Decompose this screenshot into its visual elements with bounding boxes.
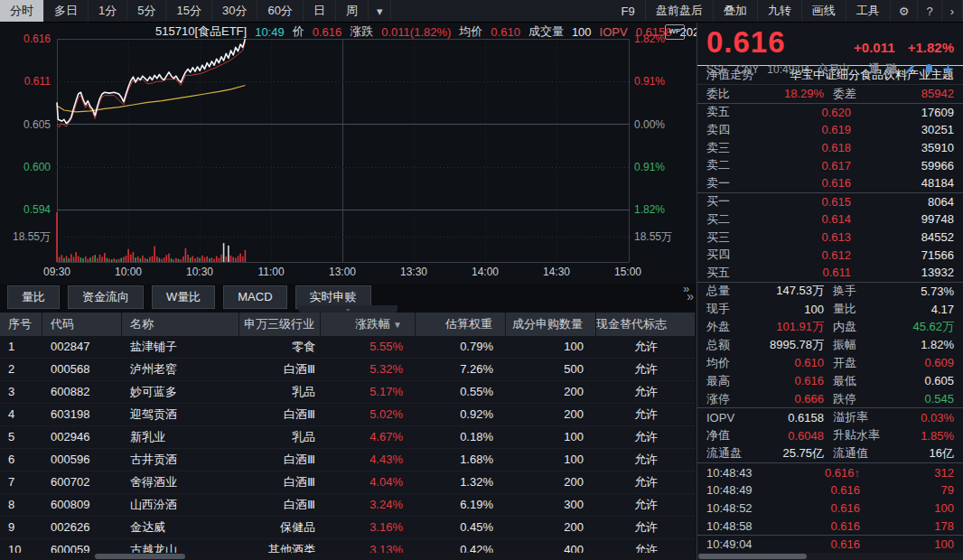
- toolbar-item-15分[interactable]: 15分: [166, 0, 211, 22]
- level-price: 0.613: [761, 230, 851, 244]
- toolbar-item-盘前盘后[interactable]: 盘前盘后: [646, 0, 714, 22]
- weicha-value: 85942: [893, 87, 954, 100]
- cell: 200: [506, 517, 596, 538]
- collapse-chevron-icon[interactable]: ⌄: [298, 305, 397, 313]
- table-row[interactable]: 5002946新乳业乳品4.67%0.18%100允许: [0, 426, 696, 449]
- y-axis-label: 18.55万: [13, 230, 51, 243]
- cell: 4: [0, 404, 42, 425]
- table-row[interactable]: 1002847盐津铺子零食5.55%0.79%100允许: [0, 336, 696, 359]
- bid-row[interactable]: 买二0.61499748: [697, 210, 963, 229]
- toolbar: 分时多日1分5分15分30分60分日周▾ F9盘前盘后叠加九转画线工具⚙?›: [0, 0, 963, 23]
- stat-label: 最低: [824, 373, 893, 389]
- pct-axis-label: 0.00%: [634, 118, 665, 131]
- tab-资金流向[interactable]: 资金流向: [68, 285, 144, 309]
- toolbar-item-周[interactable]: 周: [336, 0, 369, 22]
- tick-volume: 100: [860, 537, 954, 551]
- stat-value: 0.6158: [761, 411, 824, 425]
- toolbar-item-画线[interactable]: 画线: [802, 0, 846, 22]
- alert-bell-icon[interactable]: [923, 63, 935, 75]
- cell: 允许: [596, 336, 696, 358]
- last-price: 0.616: [706, 25, 786, 60]
- ask-row[interactable]: 卖五0.62017609: [697, 104, 963, 122]
- toolbar-item-分时[interactable]: 分时: [0, 0, 44, 22]
- badge-tong: 通: [869, 61, 880, 77]
- intraday-chart[interactable]: [0, 22, 696, 284]
- horizontal-scrollbar[interactable]: [0, 553, 696, 560]
- column-header-序号[interactable]: 序号: [0, 313, 42, 336]
- cell: 7: [0, 471, 42, 493]
- more-chevron-icon[interactable]: ›: [942, 0, 963, 22]
- stat-label: 外盘: [706, 319, 761, 335]
- panel-scrollbar-thumb[interactable]: [698, 554, 807, 559]
- ask-row[interactable]: 卖四0.61930251: [697, 121, 963, 139]
- toolbar-item-5分[interactable]: 5分: [127, 0, 166, 22]
- toolbar-item-1分[interactable]: 1分: [89, 0, 127, 22]
- edit-pencil-icon[interactable]: [904, 63, 916, 75]
- dropdown-caret-icon[interactable]: ▾: [369, 0, 392, 22]
- gear-icon[interactable]: ⚙: [891, 0, 919, 22]
- tab-W量比[interactable]: W量比: [152, 285, 215, 309]
- column-header-现金替代标志[interactable]: 现金替代标志: [596, 313, 696, 336]
- toolbar-item-F9[interactable]: F9: [612, 0, 646, 22]
- cell: 白酒Ⅲ: [239, 494, 321, 516]
- column-header-label: 名称: [130, 317, 154, 331]
- tab-MACD[interactable]: MACD: [223, 285, 286, 309]
- level-price: 0.616: [761, 176, 851, 190]
- y-axis-label: 0.600: [23, 161, 51, 173]
- stat-label: 振幅: [824, 337, 893, 353]
- cell: 6: [0, 449, 42, 471]
- column-header-估算权重[interactable]: 估算权重: [416, 313, 506, 336]
- ask-row[interactable]: 卖一0.61648184: [697, 174, 963, 192]
- stat-label: 量比: [824, 301, 893, 317]
- stat-value: 1.82%: [893, 338, 954, 351]
- cell: 5.32%: [321, 359, 416, 380]
- table-row[interactable]: 8600809山西汾酒白酒Ⅲ3.24%6.19%300允许: [0, 494, 696, 517]
- stat-value: 0.666: [761, 392, 824, 406]
- toolbar-tools-group: F9盘前盘后叠加九转画线工具⚙?›: [612, 0, 963, 22]
- cell: 5.02%: [321, 404, 416, 425]
- cell: 乳品: [239, 381, 321, 403]
- column-header-成分申购数量[interactable]: 成分申购数量: [506, 313, 596, 336]
- scrollbar-thumb[interactable]: [95, 554, 185, 559]
- table-row[interactable]: 6000596古井贡酒白酒Ⅲ4.43%1.68%100允许: [0, 449, 696, 471]
- table-row[interactable]: 4603198迎驾贡酒白酒Ⅲ5.02%0.92%200允许: [0, 404, 696, 426]
- stat-value: 0.616: [761, 374, 824, 387]
- panel-scrollbar[interactable]: [698, 553, 963, 560]
- table-row[interactable]: 7600702舍得酒业白酒Ⅲ4.04%1.32%200允许: [0, 471, 696, 494]
- panel-expand-icon[interactable]: »: [683, 282, 689, 295]
- ask-row[interactable]: 卖三0.61835910: [697, 139, 963, 157]
- table-row[interactable]: 2000568泸州老窖白酒Ⅲ5.32%7.26%500允许: [0, 359, 696, 381]
- bid-row[interactable]: 买四0.61271566: [697, 246, 963, 264]
- ask-row[interactable]: 卖二0.61759966: [697, 156, 963, 174]
- pct-axis-label: 0.91%: [634, 161, 665, 173]
- column-header-涨跌幅[interactable]: 涨跌幅▼: [321, 313, 416, 336]
- level-label: 卖三: [706, 140, 761, 156]
- toolbar-item-60分[interactable]: 60分: [257, 0, 303, 22]
- tick-by-tick-list[interactable]: 10:48:430.616↑31210:48:490.6167910:48:52…: [697, 463, 963, 553]
- bid-row[interactable]: 买五0.61113932: [697, 264, 963, 282]
- cell: 山西汾酒: [122, 494, 239, 516]
- bid-row[interactable]: 买三0.61384552: [697, 229, 963, 247]
- help-icon[interactable]: ?: [918, 0, 941, 22]
- tab-量比[interactable]: 量比: [7, 285, 60, 309]
- bid-row[interactable]: 买一0.6158064: [697, 193, 963, 211]
- toolbar-item-多日[interactable]: 多日: [44, 0, 89, 22]
- column-header-申万三级行业[interactable]: 申万三级行业: [239, 313, 321, 336]
- table-row[interactable]: 3600882妙可蓝多乳品5.17%0.55%200允许: [0, 381, 696, 404]
- cell: 8: [0, 494, 42, 516]
- table-row[interactable]: 9002626金达威保健品3.16%0.45%200允许: [0, 517, 696, 539]
- toolbar-item-叠加[interactable]: 叠加: [714, 0, 758, 22]
- stat-label: 流通盘: [706, 445, 761, 462]
- pct-axis-label: 18.55万: [634, 230, 672, 243]
- column-header-名称[interactable]: 名称: [122, 313, 239, 336]
- add-plus-icon[interactable]: [942, 63, 954, 75]
- toolbar-item-九转[interactable]: 九转: [758, 0, 802, 22]
- toolbar-item-30分[interactable]: 30分: [212, 0, 257, 22]
- toolbar-item-日[interactable]: 日: [304, 0, 336, 22]
- stat-value: 4.17: [893, 303, 954, 316]
- cell: 002946: [42, 426, 122, 448]
- column-header-代码[interactable]: 代码: [42, 313, 122, 336]
- time-axis-label: 10:00: [115, 266, 142, 278]
- stat-label: 现手: [706, 301, 761, 317]
- toolbar-item-工具[interactable]: 工具: [846, 0, 891, 22]
